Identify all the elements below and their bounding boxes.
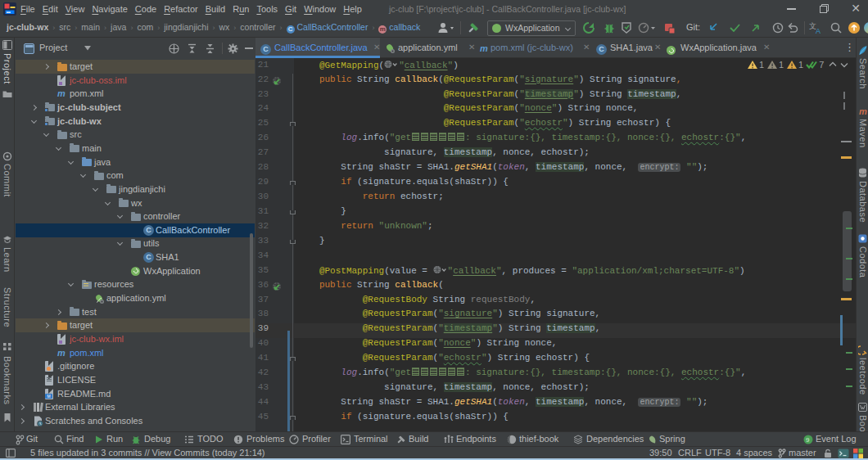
svg-text:9: 9 — [806, 436, 810, 444]
svg-text:A: A — [816, 27, 821, 34]
